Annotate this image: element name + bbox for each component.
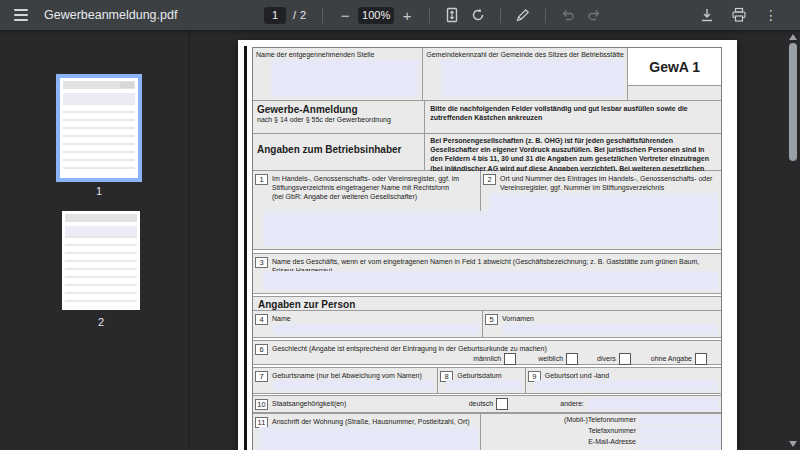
page-separator: /: [293, 9, 296, 21]
form-code: GewA 1: [628, 48, 721, 86]
mobile-phone-input[interactable]: [639, 415, 721, 425]
field-4-label: Name: [272, 312, 482, 323]
toolbar-divider: [500, 8, 501, 23]
checkbox-deutsch[interactable]: [496, 398, 508, 410]
toolbar-divider: [429, 8, 430, 23]
fax-input[interactable]: [639, 426, 721, 436]
vertical-scrollbar[interactable]: [786, 30, 800, 450]
form-title: Gewerbe-Anmeldung: [257, 104, 420, 115]
receiving-office-input[interactable]: [271, 60, 419, 97]
field-number: 6: [255, 344, 268, 355]
option-label: andere:: [560, 399, 584, 408]
field-9-input[interactable]: [534, 380, 718, 391]
field-number: 1: [255, 174, 268, 185]
field-1-input[interactable]: [263, 211, 718, 246]
rotate-icon: [470, 7, 486, 23]
section-person-heading: Angaben zur Person: [258, 299, 721, 310]
field-8-label: Geburtsdatum: [457, 369, 525, 380]
field-10-input[interactable]: [588, 398, 718, 411]
section-owner-heading: Angaben zum Betriebsinhaber: [257, 144, 420, 155]
thumbnail-page-2[interactable]: [62, 211, 140, 310]
toolbar-center-controls: 1 / 2 − 100% +: [264, 0, 607, 30]
field-11-row: 11 Anschrift der Wohnung (Straße, Hausnu…: [253, 414, 721, 450]
form-code-subcell: [628, 86, 721, 100]
section-person-row: Angaben zur Person: [253, 297, 721, 311]
print-icon: [731, 7, 747, 23]
contact-label: Telefaxnummer: [481, 426, 639, 436]
contact-label: E-Mail-Adresse: [481, 437, 639, 447]
zoom-in-button[interactable]: +: [394, 2, 420, 28]
checkbox-ohne-angabe[interactable]: [695, 353, 707, 365]
scrollbar-thumb[interactable]: [789, 43, 797, 161]
option-label: divers: [597, 354, 616, 363]
undo-icon: [560, 7, 576, 23]
field-11-label: Anschrift der Wohnung (Straße, Hausnumme…: [272, 415, 480, 426]
download-icon: [699, 7, 715, 23]
field-2-label: Ort und Nummer des Eintrages im Handels-…: [500, 172, 721, 192]
thumbnail-preview: [63, 81, 135, 175]
form-title-row: Gewerbe-Anmeldung nach § 14 oder § 55c d…: [253, 101, 721, 134]
field-11-address-input[interactable]: [259, 427, 478, 450]
municipality-code-input[interactable]: [441, 60, 624, 97]
checkbox-divers[interactable]: [619, 353, 631, 365]
field-number: 10: [255, 399, 268, 410]
pen-icon: [515, 7, 531, 23]
email-input[interactable]: [639, 437, 721, 447]
field-4-input[interactable]: [273, 324, 479, 335]
gewa1-form: Name der entgegennehmenden Stelle Gemein…: [252, 47, 722, 450]
zoom-level-input[interactable]: 100%: [358, 7, 394, 24]
checkbox-maennlich[interactable]: [504, 353, 516, 365]
section-owner-row: Angaben zum Betriebsinhaber Bei Personen…: [253, 134, 721, 171]
thumbnail-preview: [65, 214, 137, 307]
pdf-viewer-toolbar: Gewerbeanmeldung.pdf 1 / 2 − 100% +: [0, 0, 800, 30]
field-5-label: Vornamen: [502, 312, 721, 323]
form-header-row: Name der entgegennehmenden Stelle Gemein…: [253, 48, 721, 101]
field-number: 4: [255, 314, 268, 325]
field-7-input[interactable]: [273, 380, 434, 391]
form-subtitle: nach § 14 oder § 55c der Gewerbeordnung: [257, 115, 420, 124]
redo-button[interactable]: [581, 2, 607, 28]
option-label: weiblich: [538, 354, 563, 363]
print-button[interactable]: [726, 2, 752, 28]
annotate-button[interactable]: [510, 2, 536, 28]
field-4-5-row: 4 Name 5 Vornamen: [253, 311, 721, 338]
field-1-label: Im Handels-, Genossenschafts- oder Verei…: [272, 175, 459, 191]
thumbnail-label-1: 1: [60, 185, 138, 197]
redo-icon: [586, 7, 602, 23]
field-number: 7: [255, 371, 268, 382]
download-button[interactable]: [694, 2, 720, 28]
field-1-label2: (bei GbR: Angabe der weiteren Gesellscha…: [272, 193, 417, 200]
fit-page-icon: [444, 7, 460, 23]
toolbar-right-controls: ⋮: [694, 0, 784, 30]
field-9-label: Geburtsort und -land: [545, 369, 721, 380]
contact-label: (Mobil-)Telefonnummer: [481, 415, 639, 425]
page-total: 2: [300, 9, 306, 21]
field-3-input[interactable]: [263, 271, 718, 290]
option-label: ohne Angabe: [651, 354, 692, 363]
field-number: 5: [485, 314, 498, 325]
undo-button[interactable]: [555, 2, 581, 28]
field-8-input[interactable]: [446, 380, 522, 391]
document-title: Gewerbeanmeldung.pdf: [44, 8, 177, 22]
field-5-input[interactable]: [503, 324, 718, 335]
field-6-row: 6 Geschlecht (Angabe ist entsprechend de…: [253, 341, 721, 365]
page-number-input[interactable]: 1: [264, 7, 286, 24]
menu-icon[interactable]: [8, 2, 34, 28]
rotate-button[interactable]: [465, 2, 491, 28]
field-6-label: Geschlecht (Angabe ist entsprechend der …: [272, 342, 721, 353]
option-label: männlich: [473, 354, 501, 363]
more-options-icon[interactable]: ⋮: [758, 2, 784, 28]
zoom-out-button[interactable]: −: [332, 2, 358, 28]
fit-page-button[interactable]: [439, 2, 465, 28]
thumbnail-page-1[interactable]: [60, 78, 138, 178]
field-10-label: Staatsangehörigkeit(en): [272, 399, 346, 408]
thumbnail-sidebar: 1 2: [0, 30, 190, 450]
toolbar-divider: [322, 8, 323, 23]
field-1-2-row: 1 Im Handels-, Genossenschafts- oder Ver…: [253, 171, 721, 250]
scroll-down-icon[interactable]: [789, 441, 797, 447]
field-number: 3: [255, 257, 268, 268]
option-label: deutsch: [469, 399, 494, 408]
field-2-input[interactable]: [489, 193, 718, 211]
checkbox-weiblich[interactable]: [566, 353, 578, 365]
scroll-up-icon[interactable]: [789, 34, 797, 40]
